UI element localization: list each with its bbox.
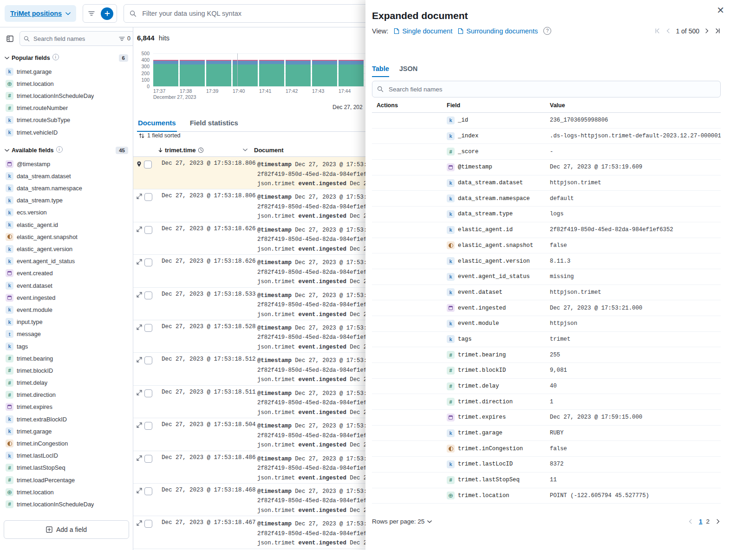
row-checkbox[interactable]	[144, 356, 152, 364]
help-icon[interactable]: ?	[543, 27, 551, 35]
expand-document-icon[interactable]	[137, 324, 142, 330]
field-search-input[interactable]	[33, 35, 116, 43]
row-checkbox[interactable]	[144, 389, 152, 397]
field-list-item[interactable]: trimet.inCongestion	[4, 437, 129, 449]
expand-document-icon[interactable]	[137, 259, 142, 265]
expand-document-icon[interactable]	[137, 226, 142, 232]
expand-document-icon[interactable]	[137, 292, 142, 298]
add-filter-button[interactable]	[101, 7, 113, 20]
field-list-item[interactable]: #trimet.delay	[4, 377, 129, 389]
field-list-item[interactable]: kevent.dataset	[4, 279, 129, 291]
expand-document-icon[interactable]	[137, 455, 142, 461]
histogram-bar[interactable]	[312, 53, 337, 86]
field-list-item[interactable]: ktrimet.lastLocID	[4, 450, 129, 462]
popular-fields-header[interactable]: Popular fields i 6	[5, 54, 128, 62]
fields-sorted-button[interactable]: 1 field sorted	[138, 131, 182, 140]
field-list-toggle-button[interactable]	[4, 32, 16, 45]
expand-document-icon[interactable]	[137, 488, 142, 493]
field-list-item[interactable]: ktrimet.extraBlockID	[4, 413, 129, 425]
field-list-item[interactable]: ktags	[4, 340, 129, 352]
row-checkbox[interactable]	[144, 455, 152, 463]
column-menu-chevron-icon[interactable]	[243, 149, 248, 151]
histogram-bar[interactable]	[259, 53, 284, 86]
histogram-bar[interactable]	[206, 53, 231, 86]
field-list-item[interactable]: tmessage	[4, 328, 129, 340]
expand-document-icon[interactable]	[137, 390, 142, 395]
field-list-item[interactable]: kecs.version	[4, 207, 129, 219]
field-list-item[interactable]: ktrimet.garage	[4, 65, 129, 78]
tab-table[interactable]: Table	[372, 65, 389, 77]
row-checkbox[interactable]	[144, 161, 152, 168]
add-field-button[interactable]: Add a field	[4, 520, 129, 539]
field-list-item[interactable]: trimet.expires	[4, 401, 129, 413]
field-list-item[interactable]: @timestamp	[4, 158, 129, 170]
field-list-item[interactable]: #trimet.routeNumber	[4, 102, 129, 114]
field-list-item[interactable]: ⊕trimet.location	[4, 486, 129, 498]
next-page-button[interactable]	[716, 518, 721, 525]
first-document-button[interactable]	[654, 27, 660, 34]
field-list-item[interactable]: kevent.agent_id_status	[4, 255, 129, 267]
field-list-item[interactable]: kelastic_agent.id	[4, 219, 129, 231]
row-checkbox[interactable]	[144, 259, 152, 266]
time-column-label: trimet.time	[165, 147, 196, 154]
field-list-item[interactable]: event.ingested	[4, 291, 129, 304]
field-list-item[interactable]: ktrimet.garage	[4, 425, 129, 437]
field-list-item[interactable]: ⊕trimet.location	[4, 78, 129, 90]
row-checkbox[interactable]	[144, 422, 152, 430]
field-list-item[interactable]: #trimet.locationInScheduleDay	[4, 90, 129, 102]
flyout-field-search[interactable]	[372, 81, 721, 97]
field-list-item[interactable]: ktrimet.vehicleID	[4, 126, 129, 138]
field-list-item[interactable]: #trimet.locationInScheduleDay	[4, 498, 129, 510]
field-list-item[interactable]: #trimet.loadPercentage	[4, 474, 129, 486]
flyout-tabs: Table JSON	[372, 65, 417, 77]
previous-document-button[interactable]	[665, 27, 671, 34]
field-list-item[interactable]: kdata_stream.type	[4, 194, 129, 207]
expand-document-icon[interactable]	[137, 357, 142, 362]
expand-document-icon[interactable]	[137, 194, 142, 199]
field-list-item[interactable]: kinput.type	[4, 316, 129, 328]
close-flyout-button[interactable]: ✕	[715, 4, 726, 17]
rows-per-page-button[interactable]: Rows per page: 25	[372, 518, 432, 525]
row-checkbox[interactable]	[144, 193, 152, 201]
histogram-bar[interactable]	[180, 53, 205, 86]
single-document-link[interactable]: Single document	[394, 27, 452, 35]
field-list-item[interactable]: kdata_stream.namespace	[4, 182, 129, 194]
field-list-item[interactable]: #trimet.bearing	[4, 352, 129, 364]
field-type-filter-button[interactable]: 0	[119, 35, 130, 42]
expand-document-icon[interactable]	[137, 422, 142, 428]
tab-field-statistics[interactable]: Field statistics	[189, 115, 239, 131]
field-list-item[interactable]: ktrimet.routeSubType	[4, 114, 129, 126]
histogram-bar[interactable]	[233, 53, 258, 86]
page-2-button[interactable]: 2	[704, 517, 711, 526]
row-checkbox[interactable]	[144, 226, 152, 234]
field-list-item[interactable]: elastic_agent.snapshot	[4, 231, 129, 243]
histogram-bar[interactable]	[286, 53, 311, 86]
row-checkbox[interactable]	[144, 324, 152, 332]
field-list-item[interactable]: #trimet.blockID	[4, 364, 129, 376]
next-document-button[interactable]	[704, 27, 710, 34]
tab-json[interactable]: JSON	[399, 65, 418, 77]
saved-search-selector[interactable]: TriMet positions	[5, 5, 76, 22]
histogram-bar[interactable]	[153, 53, 178, 86]
histogram-bar[interactable]	[339, 53, 364, 86]
row-checkbox[interactable]	[144, 291, 152, 299]
surrounding-documents-link[interactable]: Surrounding documents	[458, 27, 538, 35]
field-list-item[interactable]: #trimet.direction	[4, 389, 129, 401]
saved-query-menu-button[interactable]	[86, 9, 97, 18]
field-search[interactable]: 0	[20, 31, 133, 46]
row-checkbox[interactable]	[144, 520, 152, 528]
field-list-item[interactable]: #trimet.lastStopSeq	[4, 462, 129, 474]
tab-documents[interactable]: Documents	[137, 115, 177, 132]
previous-page-button[interactable]	[688, 518, 693, 525]
field-list-item[interactable]: kevent.module	[4, 304, 129, 316]
expand-document-icon[interactable]	[137, 520, 142, 526]
last-document-button[interactable]	[715, 27, 721, 34]
field-list-item[interactable]: event.created	[4, 267, 129, 279]
flyout-field-search-input[interactable]	[388, 85, 716, 93]
field-list-item[interactable]: kdata_stream.dataset	[4, 170, 129, 182]
time-column-header[interactable]: trimet.time	[158, 147, 254, 154]
page-1-button[interactable]: 1	[697, 517, 704, 526]
available-fields-header[interactable]: Available fields i 45	[5, 147, 128, 154]
row-checkbox[interactable]	[144, 487, 152, 495]
field-list-item[interactable]: kelastic_agent.version	[4, 243, 129, 255]
